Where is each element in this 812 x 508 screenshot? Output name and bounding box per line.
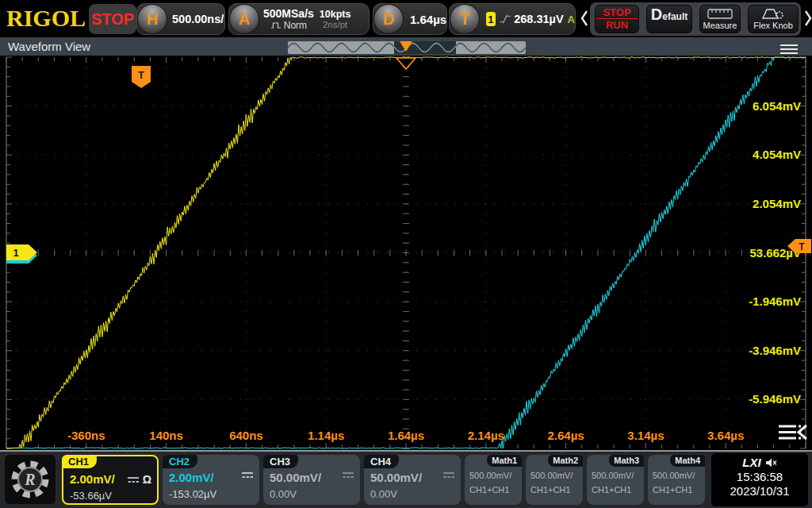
math-card-math3[interactable]: Math3 500.00mV/ CH1+CH1 xyxy=(587,455,644,505)
y-axis-label: 6.054mV xyxy=(753,99,801,113)
rigol-logo: RIGOL xyxy=(6,5,86,32)
math1-expr: CH1+CH1 xyxy=(469,485,509,495)
rigol-gear-logo[interactable]: R xyxy=(5,455,56,504)
math4-expr: CH1+CH1 xyxy=(653,485,692,495)
ch2-scale: 2.00mV/ xyxy=(169,471,214,484)
trigger-level-value: 268.31µV xyxy=(514,13,563,25)
nav-right-chevron-icon[interactable] xyxy=(802,10,812,27)
x-axis-label: 1.64µs xyxy=(388,429,424,442)
lxi-label: LXI xyxy=(742,456,760,469)
x-axis-label: 1.14µs xyxy=(308,429,344,442)
math4-scale: 500.00mV/ xyxy=(653,471,695,480)
stop-run-button[interactable]: STOP RUN xyxy=(595,5,639,33)
gear-icon: R xyxy=(10,459,51,500)
measure-button[interactable]: Measure xyxy=(699,5,741,33)
x-axis-label: 640ns xyxy=(229,429,263,442)
math2-scale: 500.00mV/ xyxy=(530,471,573,480)
channel-card-ch2[interactable]: CH2 2.00mV/ -153.02µV xyxy=(163,455,259,505)
x-axis-label: 3.64µs xyxy=(707,429,744,442)
ruler-icon xyxy=(707,9,733,19)
bottom-bar: R CH1 2.00mV/ Ω -53.66µV CH2 2.00mV/ -15… xyxy=(0,450,812,508)
svg-text:T: T xyxy=(138,69,144,81)
rising-edge-icon xyxy=(499,11,511,27)
y-axis-label: 2.054mV xyxy=(753,197,801,210)
ch1-scale: 2.00mV/ xyxy=(70,472,115,486)
math2-tab[interactable]: Math2 xyxy=(548,455,583,467)
math1-tab[interactable]: Math1 xyxy=(487,455,522,467)
pulse-icon xyxy=(270,21,282,29)
dc-coupling-icon xyxy=(241,471,254,479)
ch1-tab[interactable]: CH1 xyxy=(62,455,97,468)
horizontal-scale-value: 500.00ns/ xyxy=(172,13,224,25)
horizontal-scale-pill[interactable]: H 500.00ns/ xyxy=(136,3,225,35)
dc-coupling-icon xyxy=(127,476,140,483)
delay-pill[interactable]: D 1.64µs xyxy=(373,3,447,35)
status-panel[interactable]: LXI 15:36:58 2023/10/31 xyxy=(711,453,808,506)
knob-icon xyxy=(761,8,785,19)
flex-knob-button[interactable]: Flex Knob xyxy=(748,5,799,33)
trigger-sweep-mode: A xyxy=(568,13,575,25)
math3-expr: CH1+CH1 xyxy=(592,485,631,495)
math-card-math1[interactable]: Math1 500.00mV/ CH1+CH1 xyxy=(465,455,522,505)
ch4-offset: 0.00V xyxy=(370,488,397,500)
toolbar-button-group: STOP RUN Default Measure Flex Knob xyxy=(590,2,801,36)
acquisition-pill[interactable]: A 500MSa/s Norm 10kpts 2ns/pt xyxy=(228,3,370,35)
top-bar: RIGOL STOP H 500.00ns/ A 500MSa/s Norm 1… xyxy=(0,0,812,37)
y-axis-label: -3.946mV xyxy=(749,344,801,357)
y-axis-label: -5.946mV xyxy=(749,392,801,406)
channel-card-ch4[interactable]: CH4 50.00mV/ 0.00V xyxy=(364,455,461,505)
y-axis-label: -1.946mV xyxy=(749,294,801,308)
x-axis-label: 140ns xyxy=(149,429,183,442)
acquisition-knob[interactable]: A xyxy=(229,4,259,34)
x-axis-label: -360ns xyxy=(67,429,105,442)
y-axis-label: 4.054mV xyxy=(753,148,801,161)
speaker-muted-icon xyxy=(765,458,777,468)
ch2-tab[interactable]: CH2 xyxy=(163,455,197,468)
trigger-position-flag[interactable]: T xyxy=(132,66,151,88)
math-card-math4[interactable]: Math4 500.00mV/ CH1+CH1 xyxy=(648,455,705,505)
channel-card-ch3[interactable]: CH3 50.00mV/ 0.00V xyxy=(263,455,360,505)
math3-scale: 500.00mV/ xyxy=(592,471,634,480)
math3-tab[interactable]: Math3 xyxy=(609,455,644,467)
delay-value: 1.64µs xyxy=(410,13,446,26)
clock-time: 15:36:58 xyxy=(711,470,808,483)
svg-text:1: 1 xyxy=(13,247,18,259)
horizontal-position-marker[interactable] xyxy=(396,58,416,69)
delay-knob[interactable]: D xyxy=(373,4,404,34)
math4-tab[interactable]: Math4 xyxy=(670,455,705,467)
channel-card-ch1[interactable]: CH1 2.00mV/ Ω -53.66µV xyxy=(62,455,159,505)
horizontal-knob[interactable]: H xyxy=(137,4,167,34)
ch3-tab[interactable]: CH3 xyxy=(263,455,298,468)
trigger-pill[interactable]: T 1 268.31µV A xyxy=(449,3,576,35)
ch2-offset: -153.02µV xyxy=(169,488,216,500)
ch4-tab[interactable]: CH4 xyxy=(364,455,399,468)
clock-date: 2023/10/31 xyxy=(711,484,808,498)
math-card-math2[interactable]: Math2 500.00mV/ CH1+CH1 xyxy=(526,455,583,505)
hamburger-menu-icon[interactable] xyxy=(780,44,798,56)
dc-coupling-icon xyxy=(342,471,354,479)
trigger-source-badge: 1 xyxy=(486,12,496,26)
ch1-offset: -53.66µV xyxy=(70,490,112,502)
math1-scale: 500.00mV/ xyxy=(469,471,511,480)
nav-left-chevron-icon[interactable] xyxy=(579,10,590,27)
trigger-knob[interactable]: T xyxy=(450,4,480,34)
math2-expr: CH1+CH1 xyxy=(530,485,570,495)
record-overview-strip[interactable] xyxy=(288,41,526,54)
waveform-view-title: Waveform View xyxy=(8,40,90,53)
svg-text:R: R xyxy=(24,471,35,488)
run-status: STOP xyxy=(89,4,136,34)
ch1-impedance: Ω xyxy=(143,473,151,486)
memory-depth: 10kpts xyxy=(320,9,351,20)
dc-coupling-icon xyxy=(442,471,455,479)
ch3-scale: 50.00mV/ xyxy=(270,471,321,484)
svg-text:T: T xyxy=(799,241,805,252)
x-axis-label: 3.14µs xyxy=(627,429,664,442)
x-axis-label: 2.14µs xyxy=(468,429,504,442)
acq-mode: Norm xyxy=(284,20,307,31)
x-axis-label: 2.64µs xyxy=(548,429,584,442)
default-button[interactable]: Default xyxy=(646,5,692,33)
waveform-display[interactable]: 6.054mV4.054mV2.054mV53.662µV-1.946mV-3.… xyxy=(0,56,812,450)
ch4-scale: 50.00mV/ xyxy=(370,471,422,484)
time-resolution: 2ns/pt xyxy=(320,20,351,29)
sample-rate: 500MSa/s xyxy=(263,7,314,20)
